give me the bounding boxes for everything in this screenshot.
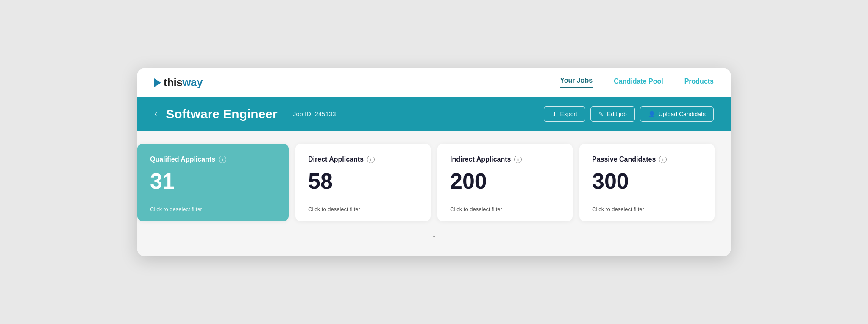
page-content: ‹ Software Engineer Job ID: 245133 ⬇ Exp… — [137, 97, 731, 256]
passive-divider — [592, 200, 702, 200]
job-actions: ⬇ Export ✎ Edit job 👤 Upload Candidats — [544, 106, 714, 122]
stat-header-indirect: Indirect Applicants i — [450, 156, 560, 163]
indirect-applicants-action[interactable]: Click to deselect filter — [450, 206, 560, 212]
tab-your-jobs[interactable]: Your Jobs — [560, 77, 593, 88]
edit-job-button[interactable]: ✎ Edit job — [590, 106, 635, 122]
upload-candidates-button[interactable]: 👤 Upload Candidats — [640, 106, 714, 122]
qualified-divider — [150, 200, 276, 200]
stat-header-qualified: Qualified Applicants i — [150, 156, 276, 163]
stat-card-qualified-applicants[interactable]: Qualified Applicants i 31 Click to desel… — [137, 144, 289, 221]
stat-header-direct: Direct Applicants i — [308, 156, 418, 163]
logo: thisway — [154, 76, 203, 89]
tab-products[interactable]: Products — [684, 78, 714, 87]
direct-applicants-info-icon[interactable]: i — [367, 156, 375, 163]
scroll-indicator: ↓ — [137, 221, 731, 239]
stat-card-indirect-applicants[interactable]: Indirect Applicants i 200 Click to desel… — [437, 144, 573, 221]
export-button[interactable]: ⬇ Export — [544, 106, 585, 122]
tab-candidate-pool[interactable]: Candidate Pool — [614, 78, 663, 87]
logo-way: way — [182, 76, 203, 89]
direct-divider — [308, 200, 418, 200]
job-title: Software Engineer — [166, 107, 277, 121]
passive-candidates-label: Passive Candidates — [592, 156, 656, 163]
edit-job-label: Edit job — [607, 111, 627, 117]
logo-text: thisway — [164, 76, 203, 89]
indirect-divider — [450, 200, 560, 200]
stat-header-passive: Passive Candidates i — [592, 156, 702, 163]
back-button[interactable]: ‹ — [154, 109, 157, 120]
upload-user-icon: 👤 — [648, 111, 655, 117]
passive-candidates-action[interactable]: Click to deselect filter — [592, 206, 702, 212]
qualified-applicants-label: Qualified Applicants — [150, 156, 215, 163]
passive-candidates-info-icon[interactable]: i — [659, 156, 667, 163]
export-label: Export — [560, 111, 577, 117]
indirect-applicants-label: Indirect Applicants — [450, 156, 511, 163]
passive-candidates-count: 300 — [592, 170, 702, 192]
download-icon: ⬇ — [552, 111, 557, 117]
qualified-applicants-count: 31 — [150, 170, 276, 192]
logo-this: this — [164, 76, 182, 89]
nav-tabs: Your Jobs Candidate Pool Products — [560, 77, 714, 88]
direct-applicants-action[interactable]: Click to deselect filter — [308, 206, 418, 212]
navbar: thisway Your Jobs Candidate Pool Product… — [137, 68, 731, 97]
browser-window: thisway Your Jobs Candidate Pool Product… — [137, 68, 731, 256]
qualified-applicants-info-icon[interactable]: i — [219, 156, 226, 163]
qualified-applicants-action[interactable]: Click to deselect filter — [150, 206, 276, 212]
job-header-banner: ‹ Software Engineer Job ID: 245133 ⬇ Exp… — [137, 97, 731, 131]
direct-applicants-label: Direct Applicants — [308, 156, 364, 163]
scroll-down-icon: ↓ — [432, 229, 436, 239]
stats-grid: Qualified Applicants i 31 Click to desel… — [137, 144, 731, 221]
edit-icon: ✎ — [598, 111, 604, 117]
indirect-applicants-info-icon[interactable]: i — [514, 156, 522, 163]
indirect-applicants-count: 200 — [450, 170, 560, 192]
upload-candidates-label: Upload Candidats — [659, 111, 706, 117]
direct-applicants-count: 58 — [308, 170, 418, 192]
logo-icon — [154, 78, 161, 87]
stat-card-passive-candidates[interactable]: Passive Candidates i 300 Click to desele… — [579, 144, 715, 221]
job-id: Job ID: 245133 — [293, 110, 336, 117]
stat-card-direct-applicants[interactable]: Direct Applicants i 58 Click to deselect… — [295, 144, 431, 221]
